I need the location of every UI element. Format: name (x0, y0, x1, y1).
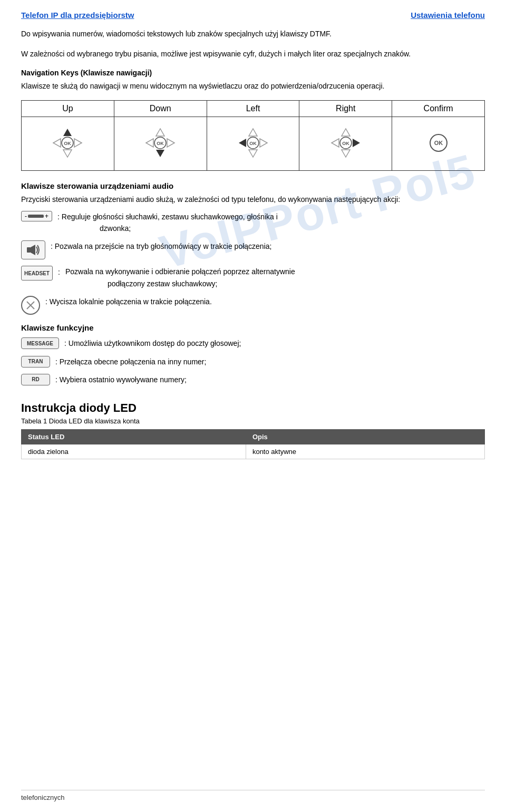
col-up: Up (22, 101, 114, 117)
tran-key-icon: TRAN (21, 356, 50, 368)
func-item-rd-text: : Wybiera ostatnio wywoływane numery; (55, 374, 187, 385)
page-footer: telefonicznych (21, 790, 485, 801)
dpad-confirm: OK (392, 117, 485, 171)
audio-item-headset-text: Pozwala na wykonywanie i odbieranie połą… (65, 266, 295, 289)
audio-para: Przyciski sterowania urządzeniami audio … (21, 194, 485, 205)
audio-item-speaker-text: : Pozwala na przejście na tryb głośnomów… (51, 240, 271, 252)
audio-item-volume: - + : Reguluje głośności słuchawki, zest… (21, 211, 485, 235)
svg-marker-12 (249, 129, 257, 136)
svg-marker-19 (342, 150, 350, 157)
nav-keys-description: Klawisze te służą do nawigacji w menu wi… (21, 80, 485, 92)
col-down: Down (114, 101, 207, 117)
dpad-left: OK (207, 117, 299, 171)
dpad-down: OK (114, 117, 207, 171)
message-key-icon: MESSAGE (21, 337, 59, 349)
svg-marker-1 (63, 150, 72, 157)
svg-marker-0 (63, 129, 72, 136)
svg-marker-14 (239, 139, 246, 147)
svg-marker-27 (31, 245, 35, 255)
intro-para2: W zależności od wybranego trybu pisania,… (21, 48, 485, 60)
audio-heading: Klawisze sterowania urządzeniami audio (21, 181, 485, 190)
svg-text:OK: OK (249, 141, 257, 146)
svg-rect-26 (27, 247, 31, 253)
col-left: Left (207, 101, 299, 117)
func-item-tran-text: : Przełącza obecne połączenia na inny nu… (55, 356, 206, 368)
func-item-tran: TRAN : Przełącza obecne połączenia na in… (21, 356, 485, 368)
header-left-title: Telefon IP dla przedsiębiorstw (21, 11, 134, 20)
svg-text:OK: OK (64, 141, 72, 146)
footer-text: telefonicznych (21, 794, 64, 801)
col-confirm: Confirm (392, 101, 485, 117)
audio-item-speaker: : Pozwala na przejście na tryb głośnomów… (21, 240, 485, 259)
audio-item-volume-text: : Reguluje głośności słuchawki, zestawu … (57, 211, 278, 235)
rd-key-icon: RD (21, 374, 50, 385)
dpad-right: OK (299, 117, 392, 171)
audio-item-mute: : Wycisza lokalnie połączenia w trakcie … (21, 296, 485, 315)
led-table-title: Tabela 1 Dioda LED dla klawisza konta (21, 417, 485, 425)
intro-para1: Do wpisywania numerów, wiadomości teksto… (21, 28, 485, 40)
led-section: Instrukcja diody LED Tabela 1 Dioda LED … (21, 401, 485, 459)
nav-keys-heading: Navigation Keys (Klawisze nawigacji) (21, 69, 485, 77)
svg-marker-21 (353, 139, 360, 147)
led-row-1: dioda zielona konto aktywne (22, 444, 485, 459)
page-header: Telefon IP dla przedsiębiorstw Ustawieni… (21, 11, 485, 20)
audio-section: Klawisze sterowania urządzeniami audio P… (21, 181, 485, 315)
colon-headset: : (58, 266, 60, 276)
func-section: Klawisze funkcyjne MESSAGE : Umożliwia u… (21, 323, 485, 385)
svg-marker-6 (156, 129, 164, 136)
svg-text:OK: OK (342, 141, 349, 146)
led-opis-1: konto aktywne (246, 444, 484, 459)
led-status-1: dioda zielona (22, 444, 246, 459)
nav-keys-section: Navigation Keys (Klawisze nawigacji) Kla… (21, 69, 485, 171)
headset-icon: HEADSET (21, 266, 53, 281)
func-item-message-text: : Umożliwia użytkownikom dostęp do poczt… (64, 337, 241, 349)
speaker-icon (21, 240, 45, 259)
audio-item-headset: HEADSET : Pozwala na wykonywanie i odbie… (21, 266, 485, 289)
audio-item-mute-text: : Wycisza lokalnie połączenia w trakcie … (45, 296, 212, 307)
svg-marker-9 (167, 139, 174, 147)
func-heading: Klawisze funkcyjne (21, 323, 485, 332)
led-col-opis: Opis (246, 430, 484, 444)
led-col-status: Status LED (22, 430, 246, 444)
svg-marker-3 (74, 139, 82, 147)
col-right: Right (299, 101, 392, 117)
nav-keys-table: Up Down Left Right Confirm (21, 100, 485, 171)
svg-marker-20 (332, 139, 339, 147)
led-table: Status LED Opis dioda zielona konto akty… (21, 429, 485, 459)
svg-text:OK: OK (434, 140, 443, 146)
volume-slider-icon: - + (21, 211, 52, 221)
header-right-title: Ustawienia telefonu (411, 11, 485, 20)
func-item-message: MESSAGE : Umożliwia użytkownikom dostęp … (21, 337, 485, 349)
svg-marker-2 (53, 139, 61, 147)
svg-marker-7 (156, 150, 164, 157)
mute-icon (21, 296, 40, 315)
svg-marker-18 (342, 129, 350, 136)
led-heading: Instrukcja diody LED (21, 401, 485, 415)
func-item-rd: RD : Wybiera ostatnio wywoływane numery; (21, 374, 485, 385)
svg-marker-8 (146, 139, 153, 147)
dpad-up: OK (22, 117, 114, 171)
volume-icon: - + (21, 211, 52, 221)
svg-marker-13 (249, 150, 257, 157)
svg-marker-15 (260, 139, 267, 147)
svg-text:OK: OK (157, 141, 164, 146)
